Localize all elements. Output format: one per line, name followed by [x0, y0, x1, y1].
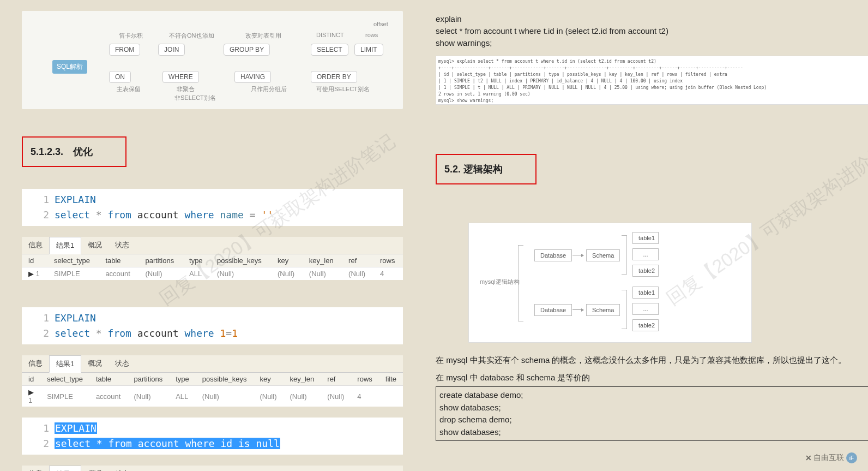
tab-结果1[interactable]: 结果1 [49, 466, 81, 471]
tab-状态[interactable]: 状态 [108, 466, 136, 471]
code-explain-idnull: 1EXPLAIN2select * from account where id … [22, 418, 403, 455]
tab-结果1[interactable]: 结果1 [49, 355, 81, 373]
lbl-offset: offset [373, 21, 388, 27]
sql-cmd: show databases; [439, 402, 868, 414]
arch-table1a: table1 [632, 232, 659, 244]
node-orderby: ORDER BY [311, 71, 357, 83]
sql-snippet: explain select * from account t where t.… [436, 13, 868, 49]
tab-状态[interactable]: 状态 [108, 237, 136, 254]
arch-schema-1: Schema [586, 249, 620, 261]
arch-db-2: Database [534, 304, 572, 316]
lbl-distinct: DISTINCT [316, 32, 344, 38]
sql-cmd: create database demo; [439, 389, 868, 402]
tab-状态[interactable]: 状态 [108, 355, 136, 372]
lbl-ref: 改变对表引用 [245, 32, 281, 40]
lbl-cartesian: 笛卡尔积 [119, 32, 143, 40]
sql-line: select * from account t where t.id in (s… [436, 25, 868, 37]
left-column: SQL解析 FROM JOIN GROUP BY SELECT LIMIT 笛卡… [22, 0, 403, 471]
lbl-on-keep: 不符合ON也添加 [169, 32, 214, 40]
sql-cmd: show databases; [439, 426, 868, 439]
sql-cmd: drop schema demo; [439, 414, 868, 426]
node-having: HAVING [234, 71, 271, 83]
lbl-mainkeep: 主表保留 [117, 85, 141, 93]
logical-architecture-diagram: mysql逻辑结构 Database Schema table1 ... tab… [468, 223, 752, 343]
info-icon: iF [846, 452, 857, 463]
lbl-selectalias: 可使用SELECT别名 [316, 85, 370, 93]
code-explain-1eq1: 1EXPLAIN2select * from account where 1=1 [22, 307, 403, 344]
result-tabs-1: 信息结果1概况状态 [22, 237, 403, 254]
node-from: FROM [109, 44, 140, 56]
node-where: WHERE [162, 71, 199, 83]
mysql-console-output: mysql> explain select * from account t w… [436, 56, 868, 105]
section-title-optimize: 5.1.2.3. 优化 [22, 136, 126, 167]
tab-信息[interactable]: 信息 [22, 355, 49, 372]
result-table-2: idselect_typetablepartitionstypepossible… [22, 373, 403, 407]
section-title-arch: 5.2. 逻辑架构 [436, 154, 537, 184]
tab-信息[interactable]: 信息 [22, 237, 49, 254]
lbl-nonselectalias: 非SELECT别名 [174, 94, 216, 102]
tab-概况[interactable]: 概况 [81, 355, 108, 372]
sql-line: show warnings; [436, 37, 868, 49]
arch-root: mysql逻辑结构 [480, 278, 520, 286]
node-on: ON [109, 71, 131, 83]
arch-db-1: Database [534, 249, 572, 261]
schema-paragraph-2: 在 mysql 中 database 和 schema 是等价的 [436, 371, 868, 384]
node-limit: LIMIT [354, 44, 383, 56]
schema-paragraph-1: 在 mysql 中其实还有个 schema 的概念，这概念没什么太多作用，只是为… [436, 354, 868, 367]
lbl-nonagg: 非聚合 [177, 85, 195, 93]
arch-table1b: table1 [632, 287, 659, 299]
arch-table2a: table2 [632, 265, 659, 277]
code-explain-name: 1EXPLAIN2select * from account where nam… [22, 189, 403, 226]
sql-parse-badge: SQL解析 [52, 60, 87, 74]
sql-line: explain [436, 13, 868, 25]
sql-commands-box: create database demo;show databases;drop… [436, 386, 868, 441]
sql-parse-diagram: SQL解析 FROM JOIN GROUP BY SELECT LIMIT 笛卡… [22, 11, 403, 109]
lbl-aftergroup: 只作用分组后 [251, 85, 287, 93]
result-tabs-2: 信息结果1概况状态 [22, 355, 403, 373]
tab-概况[interactable]: 概况 [81, 237, 108, 254]
arch-table-dots1: ... [632, 248, 659, 260]
tab-信息[interactable]: 信息 [22, 466, 49, 471]
tab-概况[interactable]: 概况 [81, 466, 108, 471]
brand-badge: ✕ 自由互联 iF [805, 452, 857, 463]
arch-table-dots2: ... [632, 303, 659, 315]
node-join: JOIN [158, 44, 185, 56]
tab-结果1[interactable]: 结果1 [49, 237, 81, 254]
arch-table2b: table2 [632, 319, 659, 331]
right-column: explain select * from account t where t.… [436, 0, 868, 471]
result-table-1: idselect_typetablepartitionstypepossible… [22, 254, 403, 280]
result-tabs-3: 信息结果1概况状态 [22, 466, 403, 471]
node-groupby: GROUP BY [224, 44, 270, 56]
lbl-rows: rows [365, 32, 378, 38]
arch-schema-2: Schema [586, 304, 620, 316]
node-select: SELECT [311, 44, 348, 56]
